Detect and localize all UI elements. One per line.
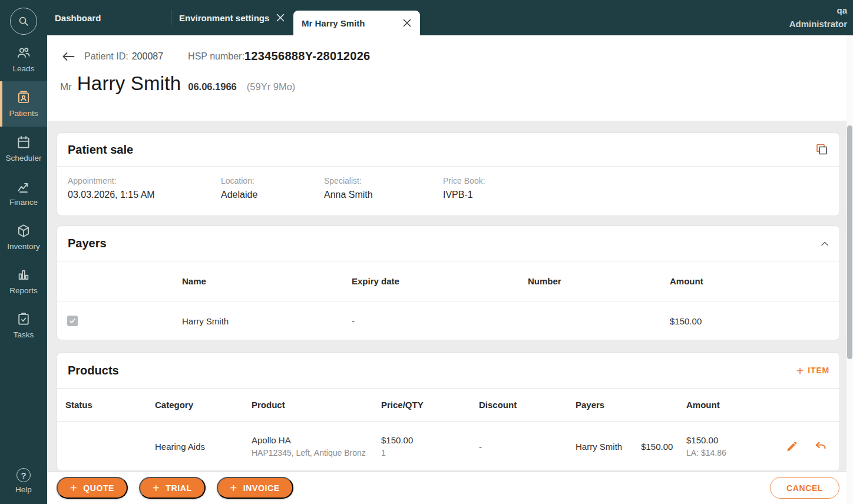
tab-environment-settings[interactable]: Environment settings [171,0,293,35]
column-header: Expiry date [352,276,528,286]
hsp-number-label: HSP number: [188,51,244,62]
sidebar-item-label: Finance [9,198,38,207]
products-table-header: Status Category Product Price/QTY Discou… [57,389,839,422]
product-amount-detail: LA: $14.86 [686,448,786,457]
patient-header: Patient ID: 200087 HSP number: 123456888… [47,35,847,121]
user-role: Administrator [789,18,847,31]
product-payer-name: Harry Smith [576,442,622,452]
calendar-icon [16,135,31,150]
add-item-label: ITEM [808,366,829,375]
trending-chart-icon [16,179,31,194]
sidebar-item-label: Leads [13,64,35,73]
column-header: Category [155,400,252,410]
field-label: Specialist: [324,176,443,185]
sidebar-item-label: Inventory [7,242,40,251]
tab-dashboard-label: Dashboard [55,13,101,23]
add-item-button[interactable]: + ITEM [796,364,829,377]
close-icon[interactable] [276,14,285,22]
column-header: Product [252,400,381,410]
field-label: Appointment: [68,176,221,185]
patient-name: Harry Smith [77,72,181,95]
patient-salutation: Mr [60,81,72,93]
tab-patient-label: Mr Harry Smith [302,18,365,28]
field-value: 03.03.2026, 1:15 AM [68,190,221,200]
sidebar-item-tasks[interactable]: Tasks [0,303,47,347]
copy-icon[interactable] [814,142,829,157]
add-trial-button[interactable]: + TRIAL [139,477,206,499]
sidebar-item-label: Scheduler [6,154,42,163]
back-button[interactable] [62,52,75,61]
sidebar-item-inventory[interactable]: Inventory [0,215,47,259]
column-header: Number [528,276,670,286]
search-button[interactable] [10,8,37,35]
sidebar: Leads Patients Scheduler Finance Invento… [0,0,47,504]
payers-table-header: Name Expiry date Number Amount [57,261,839,301]
products-title: Products [68,364,119,377]
sidebar-item-label: Tasks [14,330,34,339]
table-row: Hearing Aids Apollo HA HAP12345, Left, A… [57,422,839,471]
scrollbar-thumb[interactable] [847,125,852,359]
top-bar: Dashboard Environment settings Mr Harry … [0,0,853,35]
sidebar-item-scheduler[interactable]: Scheduler [0,127,47,171]
sidebar-item-label: Reports [9,286,37,295]
field-value: Adelaide [221,190,324,200]
payer-amount: $150.00 [670,316,839,326]
chevron-up-icon[interactable] [820,239,829,248]
tab-bar: Dashboard Environment settings Mr Harry … [47,0,420,35]
search-icon [17,15,30,28]
patient-id-value: 200087 [132,51,163,62]
hsp-number-value: 123456888Y-28012026 [244,49,371,63]
column-header: Amount [670,276,839,286]
product-payer-amount: $150.00 [641,442,673,452]
quote-button-label: QUOTE [83,483,114,493]
tab-environment-settings-label: Environment settings [179,13,269,23]
edit-pencil-icon[interactable] [786,440,798,452]
vertical-scrollbar[interactable] [847,35,853,504]
payers-card: Payers Name Expiry date Number Amount Ha… [57,226,840,340]
sidebar-item-label: Patients [9,109,38,118]
cancel-button-label: CANCEL [786,483,823,493]
bar-chart-icon [16,267,31,283]
add-quote-button[interactable]: + QUOTE [57,477,128,499]
tab-patient[interactable]: Mr Harry Smith [293,11,420,35]
field-label: Location: [221,176,324,185]
sidebar-item-finance[interactable]: Finance [0,171,47,215]
plus-icon: + [230,482,237,494]
help-icon: ? [16,468,31,482]
main-area: Patient ID: 200087 HSP number: 123456888… [47,35,853,504]
sidebar-item-leads[interactable]: Leads [0,37,47,81]
price-book-field: Price Book: IVPB-1 [443,176,839,200]
payer-checkbox-checked[interactable] [67,316,78,326]
products-card: Products + ITEM Status Category Product … [57,352,840,471]
sidebar-item-label: Help [15,485,32,494]
trial-button-label: TRIAL [166,483,191,493]
patient-id-label: Patient ID: [84,51,128,62]
sidebar-item-reports[interactable]: Reports [0,259,47,303]
sidebar-item-patients[interactable]: Patients [0,81,47,127]
add-invoice-button[interactable]: + INVOICE [217,477,293,499]
column-header: Discount [479,400,576,410]
close-icon[interactable] [403,19,411,27]
specialist-field: Specialist: Anna Smith [324,176,443,200]
product-amount: $150.00 [686,435,786,445]
undo-icon[interactable] [814,440,827,452]
user-badge[interactable]: qa Administrator [789,4,847,31]
cancel-button[interactable]: CANCEL [770,477,839,499]
field-value: IVPB-1 [443,190,839,200]
payers-title: Payers [68,237,107,250]
payer-expiry: - [352,316,528,326]
product-detail: HAP12345, Left, Antique Bronz [252,448,381,457]
patient-dob: 06.06.1966 [188,81,237,92]
field-label: Price Book: [443,176,839,185]
column-header: Status [57,400,155,410]
product-qty: 1 [381,448,479,457]
product-name: Apollo HA [252,435,381,445]
user-name: qa [789,4,847,18]
scroll-content: Patient sale Appointment: 03.03.2026, 1:… [47,121,847,471]
tab-dashboard[interactable]: Dashboard [47,0,171,35]
people-icon [16,45,31,61]
sidebar-item-help[interactable]: ? Help [0,462,47,500]
field-value: Anna Smith [324,190,443,200]
column-header: Amount [686,400,786,410]
product-discount: - [479,442,576,452]
